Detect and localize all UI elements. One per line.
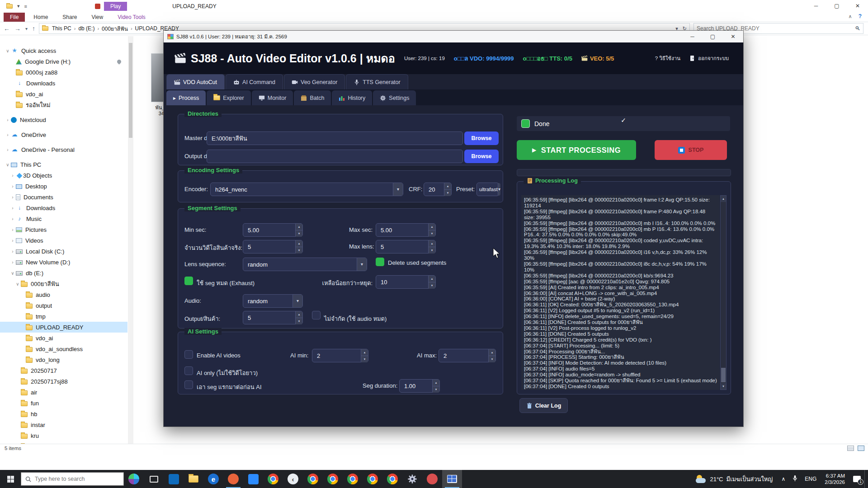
expand-chevron-icon[interactable]: ∨ [5, 162, 11, 167]
spinner-buttons[interactable]: ▴▾ [428, 224, 435, 236]
chrome-icon[interactable] [382, 470, 402, 488]
sidebar-item-vdo-ai[interactable]: vdo_ai [0, 333, 127, 343]
output-dir-input[interactable] [207, 150, 463, 163]
taskbar-search-box[interactable] [21, 472, 124, 486]
task-view-icon[interactable] [144, 470, 164, 488]
sj88-app-icon[interactable] [442, 470, 462, 488]
expand-chevron-icon[interactable]: ∨ [5, 48, 11, 53]
subtab-batch[interactable]: Batch [294, 90, 331, 105]
spinner-buttons[interactable]: ▴▾ [444, 183, 451, 196]
clear-log-button[interactable]: Clear Log [519, 398, 568, 413]
chrome-icon[interactable] [343, 470, 363, 488]
expand-chevron-icon[interactable]: › [9, 216, 16, 221]
sidebar-item-fun[interactable]: fun [0, 398, 127, 408]
seg-duration-spinner[interactable]: 1.00▴▾ [399, 379, 440, 393]
sidebar-item-20250717[interactable]: 20250717 [0, 365, 127, 376]
ribbon-tab-home[interactable]: Home [28, 13, 54, 22]
back-button[interactable]: ← [4, 25, 10, 32]
sidebar-item-new-volume-d[interactable]: ›New Volume (D:) [0, 257, 127, 267]
help-link[interactable]: ? วิธีใช้งาน [655, 54, 680, 62]
sidebar-item-audio[interactable]: audio [0, 289, 127, 300]
sidebar-item-kru[interactable]: kru [0, 430, 127, 441]
sidebar-item-documents[interactable]: ›Documents [0, 192, 127, 202]
sidebar-item-รออัพใหม่[interactable]: รออัพใหม่ [0, 99, 127, 110]
log-scrollbar[interactable]: ▴ ▾ [720, 195, 726, 390]
sj88-titlebar[interactable]: SJ88 v1.0.6 | User: 239 | หมดอายุ: 31 มี… [164, 31, 743, 42]
expand-chevron-icon[interactable]: › [9, 173, 16, 178]
expand-chevron-icon[interactable]: › [9, 184, 16, 189]
sidebar-item-3d-objects[interactable]: ›3D Objects [0, 170, 127, 181]
sidebar-item-google-drive-h[interactable]: Google Drive (H:) [0, 56, 127, 67]
sidebar-item-upload-ready[interactable]: UPLOAD_READY [0, 322, 127, 333]
first-seg-checkbox[interactable] [184, 380, 193, 389]
hidden-icons-chevron[interactable]: ∧ [777, 476, 789, 482]
lens-sequence-dropdown[interactable]: random▾ [243, 258, 367, 271]
sidebar-item-vdo-ai[interactable]: vdo_ai [0, 89, 127, 99]
ribbon-collapse-icon[interactable]: ∧ [849, 14, 852, 19]
explorer-maximize-button[interactable]: ▢ [826, 0, 847, 12]
breadcrumb-item[interactable]: 000ยาสีฟัน [102, 24, 128, 33]
show-desktop-button[interactable] [864, 470, 868, 488]
ribbon-tab-view[interactable]: View [85, 13, 109, 22]
chrome-icon[interactable] [303, 470, 323, 488]
camera-app-icon[interactable] [243, 470, 263, 488]
expand-chevron-icon[interactable]: › [9, 206, 16, 211]
sidebar-item-downloads[interactable]: ›↓Downloads [0, 202, 127, 213]
customize-toolbar-icon[interactable]: ≡ [24, 4, 27, 9]
sidebar-item-vdo-ai-soundless[interactable]: vdo_ai_soundless [0, 343, 127, 354]
sidebar-item-this-pc[interactable]: ∨This PC [0, 159, 127, 170]
sidebar-item-quick-access[interactable]: ∨★Quick access [0, 45, 127, 56]
expand-chevron-icon[interactable]: › [5, 117, 11, 122]
max-lens-spinner[interactable]: 5▴▾ [376, 240, 436, 253]
crf-spinner[interactable]: 20▴▾ [424, 183, 452, 196]
max-sec-spinner[interactable]: 5.00▴▾ [376, 223, 436, 237]
subtab-settings[interactable]: Settings [373, 90, 416, 105]
sj88-minimize-button[interactable]: ─ [682, 31, 703, 42]
app-orange-icon[interactable] [223, 470, 243, 488]
ai-only-checkbox[interactable] [184, 366, 193, 375]
sidebar-item-downloads[interactable]: ↓Downloads [0, 78, 127, 89]
sidebar-item-pictures[interactable]: ›Pictures [0, 224, 127, 235]
ribbon-tab-video-tools[interactable]: Video Tools [112, 13, 151, 22]
breadcrumb-item[interactable]: This PC [52, 25, 71, 32]
sidebar-item-hb[interactable]: hb [0, 408, 127, 419]
taskbar-search-input[interactable] [35, 476, 119, 482]
sj88-close-button[interactable]: ✕ [723, 31, 743, 42]
expand-chevron-icon[interactable]: › [9, 227, 16, 232]
master-dir-input[interactable]: E:\000ยาสีฟัน [207, 131, 463, 145]
cortana-icon[interactable] [124, 470, 144, 488]
settings-icon[interactable] [402, 470, 422, 488]
app-red-icon[interactable] [422, 470, 442, 488]
encoder-dropdown[interactable]: h264_nvenc▾ [210, 183, 403, 196]
chrome-icon[interactable] [323, 470, 343, 488]
recent-locations-icon[interactable]: ▾ [25, 26, 28, 31]
spinner-buttons[interactable]: ▴▾ [295, 311, 302, 324]
chrome-icon[interactable] [263, 470, 283, 488]
play-contextual-chip[interactable]: Play [104, 2, 127, 11]
min-sec-spinner[interactable]: 5.00▴▾ [243, 223, 303, 237]
expand-chevron-icon[interactable]: › [5, 147, 11, 152]
subtab-monitor[interactable]: Monitor [252, 90, 293, 105]
processing-log[interactable]: [06:35:59] [ffmpeg] [libx264 @ 000002210… [521, 195, 720, 390]
explorer-minimize-button[interactable]: ─ [806, 0, 826, 12]
weather-widget[interactable]: 21°C มีเมฆเป็นส่วนใหญ่ [691, 474, 777, 484]
scroll-up-icon[interactable]: ▴ [721, 196, 726, 202]
browse-output-button[interactable]: Browse [464, 150, 499, 163]
thumbnails-view-icon[interactable] [858, 446, 864, 451]
spinner-buttons[interactable]: ▴▾ [488, 349, 495, 362]
expand-chevron-icon[interactable]: › [5, 132, 11, 137]
browse-master-button[interactable]: Browse [464, 131, 499, 145]
sidebar-item-local-disk-c[interactable]: ›Local Disk (C:) [0, 246, 127, 257]
edge-icon[interactable]: e [203, 470, 223, 488]
sidebar-item-tmp[interactable]: tmp [0, 311, 127, 322]
sidebar-item-videos[interactable]: ›Videos [0, 235, 127, 246]
sidebar-scrollbar[interactable] [128, 36, 133, 444]
sidebar-item-desktop[interactable]: ›Desktop [0, 181, 127, 192]
expand-chevron-icon[interactable]: › [9, 249, 16, 254]
exhaust-checkbox[interactable] [184, 277, 193, 285]
notification-center-button[interactable]: 1 [849, 470, 864, 488]
scroll-down-icon[interactable]: ▾ [721, 383, 726, 389]
sidebar-item-000ยาสีฟัน[interactable]: ∨000ยาสีฟัน [0, 278, 127, 289]
spinner-buttons[interactable]: ▴▾ [361, 349, 368, 362]
tab-veo-generator[interactable]: Veo Generator [284, 74, 345, 89]
